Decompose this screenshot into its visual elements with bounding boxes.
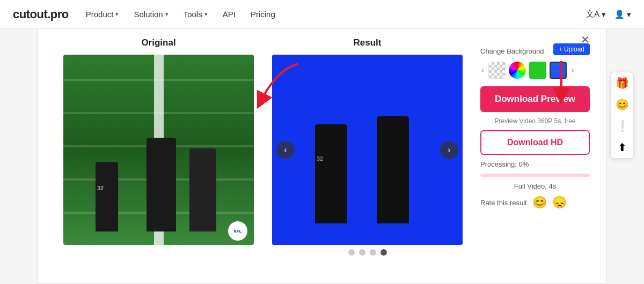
logo[interactable]: cutout.pro [13,8,69,21]
original-image: 32 NFL [63,55,254,245]
face-icon[interactable]: 😊 [616,98,629,111]
chevron-down-icon: ▾ [627,10,631,19]
nav-tools[interactable]: Tools ▾ [184,10,208,19]
user-menu-button[interactable]: 👤 ▾ [614,10,631,19]
bg-transparent-option[interactable] [488,62,506,79]
background-options-row: ‹ › [480,62,590,79]
chevron-down-icon: ▾ [204,11,208,18]
dot-1[interactable] [348,249,355,256]
preview-sub-label: Preview Video 360P 5s, free [480,117,590,125]
header: cutout.pro Product ▾ Solution ▾ Tools ▾ … [0,0,644,29]
alert-icon[interactable]: ❕ [616,119,629,132]
nav-api[interactable]: API [223,10,236,19]
chevron-down-icon: ▾ [115,11,119,18]
full-video-label: Full Video, 4s [480,182,590,190]
upload-icon[interactable]: ⬆ [618,141,627,154]
rate-row: Rate this result 😊 😞 [480,196,590,210]
result-panel: Result 32 ‹ › [263,38,472,275]
result-title: Result [354,38,382,48]
dot-3[interactable] [370,249,376,256]
bg-blue-option[interactable] [550,62,567,79]
nfl-badge: NFL [228,221,247,241]
floating-sidebar: 🎁 😊 ❕ ⬆ [610,72,634,159]
slide-dots [348,249,387,256]
bg-green-option[interactable] [529,62,546,79]
next-slide-button[interactable]: › [440,141,458,159]
bg-prev-arrow[interactable]: ‹ [480,64,485,76]
rate-label: Rate this result [480,199,527,207]
chevron-down-icon: ▾ [602,10,606,19]
dot-4[interactable] [380,249,387,256]
header-right: 文A ▾ 👤 ▾ [586,9,631,19]
close-button[interactable]: ✕ [581,33,590,46]
nav-pricing[interactable]: Pricing [251,10,275,19]
processing-label: Processing: 0% [480,160,590,168]
original-panel: Original 32 NFL [54,38,263,275]
user-icon: 👤 [614,10,625,19]
language-button[interactable]: 文A ▾ [586,9,606,19]
nav-product[interactable]: Product ▾ [86,10,119,19]
prev-slide-button[interactable]: ‹ [276,141,295,159]
bg-next-arrow[interactable]: › [570,64,575,76]
original-title: Original [141,38,175,48]
main-nav: Product ▾ Solution ▾ Tools ▾ API Pricing [86,10,569,19]
rate-sad-button[interactable]: 😞 [552,196,567,210]
download-preview-button[interactable]: Download Preview [480,86,590,112]
nav-solution[interactable]: Solution ▾ [134,10,168,19]
download-hd-button[interactable]: Download HD [480,130,590,155]
bg-options [488,62,567,79]
chevron-down-icon: ▾ [165,11,169,18]
progress-bar [480,174,590,177]
right-controls-panel: ✕ Change Background + Upload ‹ › Downloa… [472,38,590,275]
dot-2[interactable] [359,249,365,256]
rate-happy-button[interactable]: 😊 [532,196,547,210]
change-bg-label: Change Background [480,47,544,55]
gift-icon[interactable]: 🎁 [616,77,629,89]
bg-rainbow-option[interactable] [509,62,526,79]
